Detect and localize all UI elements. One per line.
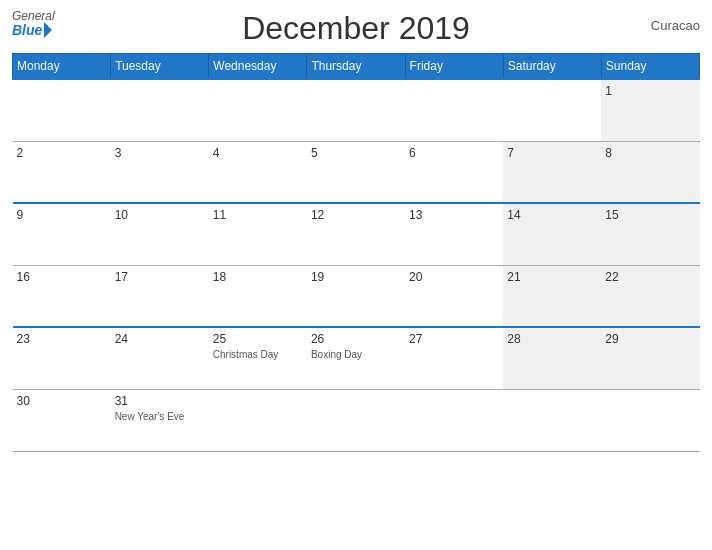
month-title: December 2019 [242,10,470,47]
table-row: 8 [601,141,699,203]
day-number: 28 [507,332,597,346]
day-number: 18 [213,270,303,284]
table-row: 14 [503,203,601,265]
calendar-week-row: 1 [13,79,700,141]
table-row: 31New Year's Eve [111,389,209,451]
day-number: 10 [115,208,205,222]
table-row: 10 [111,203,209,265]
day-number: 9 [17,208,107,222]
table-row: 16 [13,265,111,327]
table-row: 6 [405,141,503,203]
day-number: 24 [115,332,205,346]
table-row: 29 [601,327,699,389]
day-number: 25 [213,332,303,346]
day-number: 6 [409,146,499,160]
col-saturday: Saturday [503,54,601,80]
table-row: 4 [209,141,307,203]
table-row: 5 [307,141,405,203]
table-row: 13 [405,203,503,265]
table-row: 3 [111,141,209,203]
table-row [503,389,601,451]
table-row: 7 [503,141,601,203]
day-number: 2 [17,146,107,160]
day-number: 29 [605,332,695,346]
logo: General Blue [12,10,55,38]
holiday-label: Christmas Day [213,348,303,361]
table-row: 30 [13,389,111,451]
logo-blue-text: Blue [12,22,55,38]
day-number: 11 [213,208,303,222]
table-row: 15 [601,203,699,265]
table-row [13,79,111,141]
table-row: 12 [307,203,405,265]
day-number: 15 [605,208,695,222]
day-number: 30 [17,394,107,408]
col-friday: Friday [405,54,503,80]
day-number: 13 [409,208,499,222]
table-row: 23 [13,327,111,389]
region-label: Curacao [651,18,700,33]
calendar-week-row: 16171819202122 [13,265,700,327]
table-row: 19 [307,265,405,327]
day-number: 1 [605,84,695,98]
table-row [307,79,405,141]
table-row: 21 [503,265,601,327]
table-row [111,79,209,141]
table-row: 2 [13,141,111,203]
table-row [405,389,503,451]
holiday-label: Boxing Day [311,348,401,361]
header: General Blue December 2019 Curacao [12,10,700,47]
table-row: 22 [601,265,699,327]
day-number: 16 [17,270,107,284]
day-number: 5 [311,146,401,160]
calendar-week-row: 9101112131415 [13,203,700,265]
table-row: 25Christmas Day [209,327,307,389]
table-row: 1 [601,79,699,141]
table-row: 27 [405,327,503,389]
day-number: 4 [213,146,303,160]
table-row [503,79,601,141]
table-row: 26Boxing Day [307,327,405,389]
table-row: 20 [405,265,503,327]
day-number: 8 [605,146,695,160]
table-row [405,79,503,141]
day-number: 12 [311,208,401,222]
table-row: 17 [111,265,209,327]
day-number: 14 [507,208,597,222]
col-wednesday: Wednesday [209,54,307,80]
table-row [601,389,699,451]
logo-general-text: General [12,10,55,22]
calendar-week-row: 232425Christmas Day26Boxing Day272829 [13,327,700,389]
col-tuesday: Tuesday [111,54,209,80]
day-number: 21 [507,270,597,284]
table-row: 9 [13,203,111,265]
col-sunday: Sunday [601,54,699,80]
table-row: 11 [209,203,307,265]
table-row [209,79,307,141]
calendar-header-row: Monday Tuesday Wednesday Thursday Friday… [13,54,700,80]
table-row: 18 [209,265,307,327]
day-number: 22 [605,270,695,284]
calendar-week-row: 2345678 [13,141,700,203]
day-number: 20 [409,270,499,284]
day-number: 27 [409,332,499,346]
calendar-page: General Blue December 2019 Curacao Monda… [0,0,712,550]
table-row [209,389,307,451]
calendar-table: Monday Tuesday Wednesday Thursday Friday… [12,53,700,452]
table-row: 28 [503,327,601,389]
day-number: 26 [311,332,401,346]
day-number: 3 [115,146,205,160]
logo-triangle-icon [44,22,52,38]
table-row [307,389,405,451]
day-number: 31 [115,394,205,408]
table-row: 24 [111,327,209,389]
col-thursday: Thursday [307,54,405,80]
calendar-week-row: 3031New Year's Eve [13,389,700,451]
day-number: 7 [507,146,597,160]
day-number: 23 [17,332,107,346]
holiday-label: New Year's Eve [115,410,205,423]
col-monday: Monday [13,54,111,80]
day-number: 19 [311,270,401,284]
day-number: 17 [115,270,205,284]
